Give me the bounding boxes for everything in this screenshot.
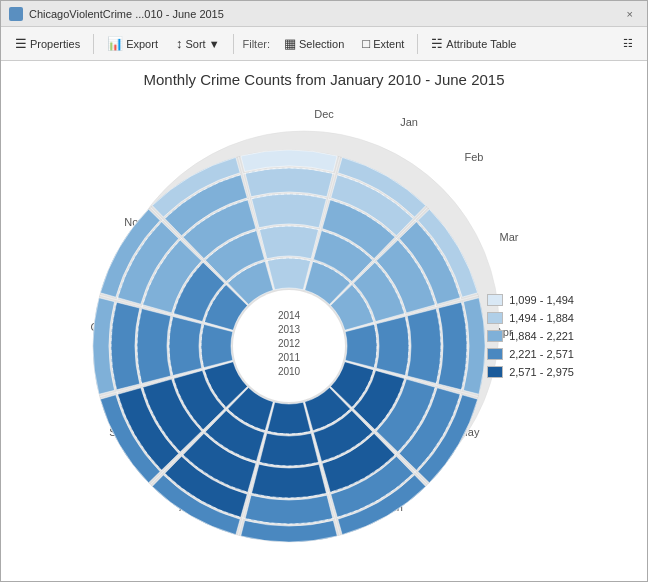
chart-title: Monthly Crime Counts from January 2010 -… [143,71,504,88]
svg-text:2014: 2014 [278,310,301,321]
window-title: ChicagoViolentCrime ...010 - June 2015 [29,8,224,20]
title-bar-left: ChicagoViolentCrime ...010 - June 2015 [9,7,224,21]
svg-text:2011: 2011 [278,352,301,363]
properties-button[interactable]: ☰ Properties [7,31,88,57]
separator-1 [93,34,94,54]
sort-label: Sort [185,38,205,50]
title-bar: ChicagoViolentCrime ...010 - June 2015 × [1,1,647,27]
export-button[interactable]: 📊 Export [99,31,166,57]
extent-button[interactable]: □ Extent [354,31,412,57]
content-area: Monthly Crime Counts from January 2010 -… [1,61,647,581]
toolbar: ☰ Properties 📊 Export ↕ Sort ▼ Filter: ▦… [1,27,647,61]
svg-text:Dec: Dec [314,108,334,120]
close-button[interactable]: × [621,6,639,22]
separator-2 [233,34,234,54]
extent-label: Extent [373,38,404,50]
svg-text:2010: 2010 [278,366,301,377]
export-label: Export [126,38,158,50]
filter-label: Filter: [239,38,275,50]
table-icon: ☵ [431,36,443,51]
selection-icon: ▦ [284,36,296,51]
year-labels-svg: 2014 2013 2012 2011 2010 [74,121,534,571]
chart-wrapper: Dec Jan Feb Mar Apr May Jun Jul Aug Sep … [74,96,574,576]
properties-icon: ☰ [15,36,27,51]
chart-area: Monthly Crime Counts from January 2010 -… [1,61,647,581]
sort-icon: ↕ [176,36,183,51]
separator-3 [417,34,418,54]
selection-button[interactable]: ▦ Selection [276,31,352,57]
attribute-table-label: Attribute Table [446,38,516,50]
main-window: ChicagoViolentCrime ...010 - June 2015 ×… [0,0,648,582]
toolbar-right: ☷ [615,31,641,57]
export-icon: 📊 [107,36,123,51]
list-view-button[interactable]: ☷ [615,31,641,57]
svg-text:2013: 2013 [278,324,301,335]
extent-icon: □ [362,36,370,51]
selection-label: Selection [299,38,344,50]
sort-dropdown-icon: ▼ [209,38,220,50]
properties-label: Properties [30,38,80,50]
window-icon [9,7,23,21]
sort-button[interactable]: ↕ Sort ▼ [168,31,228,57]
svg-text:2012: 2012 [278,338,301,349]
attribute-table-button[interactable]: ☵ Attribute Table [423,31,524,57]
